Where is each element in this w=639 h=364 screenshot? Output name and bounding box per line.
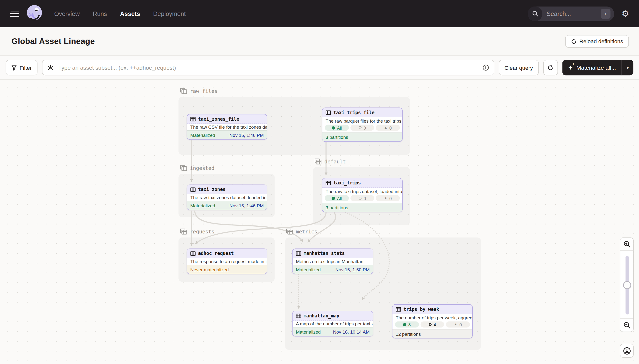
asset-node-trips_by_week[interactable]: trips_by_week The number of trips per we…	[392, 304, 473, 339]
top-navbar: Overview Runs Assets Deployment / ⚙	[0, 0, 639, 27]
status-badge: Materialized	[190, 203, 215, 208]
failed-partitions-badge[interactable]: 0	[350, 124, 374, 130]
refresh-icon	[547, 64, 553, 70]
group-label-raw_files[interactable]: raw_files	[180, 88, 218, 94]
nav-tabs: Overview Runs Assets Deployment	[54, 10, 186, 17]
filter-button[interactable]: Filter	[6, 60, 38, 75]
table-icon	[190, 116, 196, 121]
failed-partitions-badge[interactable]: 4	[420, 321, 444, 327]
group-label-ingested[interactable]: ingested	[180, 165, 214, 171]
zoom-slider-track[interactable]	[625, 256, 629, 314]
download-view-button[interactable]	[620, 344, 634, 358]
tab-runs[interactable]: Runs	[93, 10, 107, 17]
global-search[interactable]: /	[528, 6, 614, 21]
dagster-logo-icon[interactable]	[26, 4, 44, 24]
download-icon	[623, 347, 630, 354]
inprogress-partitions-badge[interactable]: ▲0	[376, 124, 400, 130]
clear-query-button[interactable]: Clear query	[499, 60, 538, 75]
asset-name: trips_by_week	[404, 306, 439, 312]
failed-partitions-badge[interactable]: 0	[350, 195, 374, 201]
table-icon	[296, 314, 301, 318]
asset-node-manhattan_stats[interactable]: manhattan_stats Metrics on taxi trips in…	[292, 248, 373, 274]
filled-dot-icon	[332, 196, 335, 200]
search-icon	[528, 6, 543, 21]
asset-description: A map of the number of trips per taxi z.…	[293, 320, 373, 327]
materialization-time[interactable]: Nov 15, 1:46 PM	[229, 132, 264, 137]
inprogress-partitions-badge[interactable]: ▲0	[376, 195, 400, 201]
filled-dot-icon	[332, 126, 335, 130]
query-info-icon[interactable]	[482, 64, 489, 71]
asset-description: The raw CSV file for the taxi zones dat.…	[187, 124, 267, 130]
tab-assets[interactable]: Assets	[120, 10, 140, 17]
zoom-out-icon	[623, 322, 630, 329]
table-icon	[326, 110, 331, 115]
reload-definitions-button[interactable]: Reload definitions	[565, 35, 629, 48]
tab-deployment[interactable]: Deployment	[153, 10, 186, 17]
asset-name: taxi_trips_file	[333, 110, 374, 116]
group-stack-icon	[286, 228, 293, 234]
materialization-time[interactable]: Nov 15, 1:46 PM	[229, 203, 264, 208]
group-stack-icon	[180, 88, 187, 94]
open-circle-icon	[359, 126, 362, 129]
group-stack-icon	[180, 165, 187, 171]
filled-dot-icon	[403, 323, 406, 326]
zoom-slider-thumb[interactable]	[623, 281, 631, 289]
asset-description: The raw taxi zones dataset, loaded int..…	[187, 194, 267, 201]
asset-name: taxi_zones_file	[198, 116, 239, 122]
asset-name: manhattan_map	[304, 313, 339, 318]
triangle-icon: ▲	[454, 323, 457, 326]
group-label-requests[interactable]: requests	[180, 228, 214, 234]
asset-name: manhattan_stats	[304, 250, 345, 256]
asset-node-taxi_zones_file[interactable]: taxi_zones_file The raw CSV file for the…	[187, 114, 267, 140]
materialize-all-dropdown[interactable]: ▾	[621, 60, 633, 75]
group-stack-icon	[315, 158, 322, 164]
search-input[interactable]	[546, 10, 588, 18]
triangle-icon: ▲	[384, 196, 387, 200]
materialized-partitions-badge[interactable]: All	[325, 124, 349, 130]
page-title: Global Asset Lineage	[11, 37, 95, 46]
zoom-slider	[620, 250, 634, 319]
asset-description: The number of trips per week, aggreg...	[392, 314, 472, 321]
hamburger-menu-icon[interactable]	[10, 10, 19, 17]
materialize-all-button[interactable]: ✦✦ Materialize all...	[562, 60, 621, 75]
status-badge: Materialized	[296, 329, 321, 334]
group-label-default[interactable]: default	[315, 158, 346, 164]
asset-node-manhattan_map[interactable]: manhattan_map A map of the number of tri…	[292, 311, 373, 336]
materialized-partitions-badge[interactable]: All	[325, 195, 349, 201]
sparkle-icon: ✦✦	[568, 64, 573, 70]
filter-funnel-icon	[11, 65, 17, 70]
zoom-out-button[interactable]	[620, 318, 634, 332]
partitions-count: 12 partitions	[396, 332, 421, 336]
status-badge: Never materialized	[190, 267, 229, 272]
asset-name: adhoc_request	[198, 250, 234, 256]
chevron-down-icon: ▾	[626, 65, 628, 70]
asset-description: The raw taxi trips dataset, loaded into …	[322, 188, 402, 195]
asset-node-adhoc_request[interactable]: adhoc_request The response to an request…	[187, 248, 267, 274]
partition-badges: All 0 ▲0	[322, 124, 402, 132]
table-icon	[190, 251, 196, 256]
settings-gear-icon[interactable]: ⚙	[621, 10, 629, 18]
tab-overview[interactable]: Overview	[54, 10, 80, 17]
asset-name: taxi_zones	[198, 186, 225, 192]
asset-query-input[interactable]	[58, 64, 479, 71]
status-badge: Materialized	[190, 132, 215, 137]
partition-badges: All 0 ▲0	[322, 195, 402, 203]
asset-node-taxi_zones[interactable]: taxi_zones The raw taxi zones dataset, l…	[187, 184, 267, 210]
materialized-partitions-badge[interactable]: 8	[395, 321, 419, 327]
lineage-canvas[interactable]: raw_files ingested default requests metr…	[0, 80, 639, 364]
asset-description: The raw parquet files for the taxi trips…	[322, 117, 402, 124]
asset-description: The response to an request made in th...	[187, 258, 267, 265]
materialization-time[interactable]: Nov 16, 10:14 AM	[333, 329, 370, 334]
group-label-metrics[interactable]: metrics	[286, 228, 317, 234]
zoom-in-button[interactable]	[620, 238, 634, 251]
inprogress-partitions-badge[interactable]: ▲0	[446, 321, 470, 327]
partition-badges: 8 4 ▲0	[392, 321, 472, 329]
open-circle-icon	[359, 197, 362, 200]
triangle-icon: ▲	[384, 126, 387, 130]
asset-node-taxi_trips_file[interactable]: taxi_trips_file The raw parquet files fo…	[322, 108, 403, 142]
materialization-time[interactable]: Nov 15, 1:50 PM	[335, 267, 370, 272]
partitions-count: 3 partitions	[326, 135, 348, 140]
asset-node-taxi_trips[interactable]: taxi_trips The raw taxi trips dataset, l…	[322, 178, 403, 212]
zoom-in-icon	[623, 241, 630, 248]
refresh-button[interactable]	[543, 60, 558, 75]
